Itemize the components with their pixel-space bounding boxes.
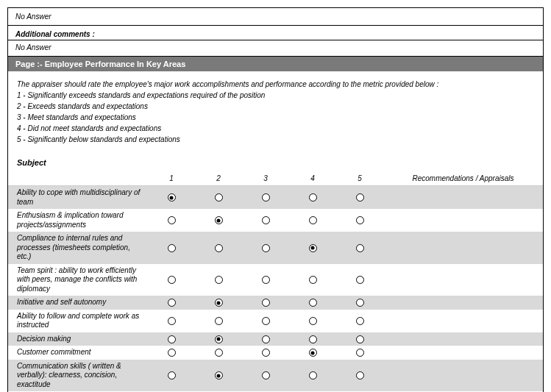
radio-button[interactable] — [309, 276, 317, 284]
radio-button[interactable] — [262, 371, 270, 379]
rating-cell-2[interactable] — [195, 209, 242, 232]
rating-cell-5[interactable] — [336, 346, 383, 360]
rating-cell-2[interactable] — [195, 310, 242, 332]
radio-button[interactable] — [356, 371, 364, 379]
radio-button[interactable] — [356, 276, 364, 284]
rating-cell-5[interactable] — [336, 209, 383, 232]
rating-cell-1[interactable] — [148, 310, 195, 332]
rating-cell-1[interactable] — [148, 264, 195, 296]
rating-cell-5[interactable] — [336, 264, 383, 296]
radio-button[interactable] — [215, 317, 223, 325]
rating-cell-2[interactable] — [195, 332, 242, 346]
rating-cell-2[interactable] — [195, 360, 242, 392]
radio-button[interactable] — [215, 371, 223, 379]
rating-matrix: 1 2 3 4 5 Recommendations / Appraisals A… — [8, 171, 543, 392]
rating-cell-3[interactable] — [242, 296, 289, 310]
radio-button[interactable] — [168, 317, 176, 325]
rating-cell-5[interactable] — [336, 310, 383, 332]
radio-button[interactable] — [356, 349, 364, 357]
rating-cell-3[interactable] — [242, 346, 289, 360]
rating-cell-1[interactable] — [148, 232, 195, 264]
rating-cell-3[interactable] — [242, 310, 289, 332]
radio-button[interactable] — [215, 299, 223, 307]
rating-cell-4[interactable] — [289, 209, 336, 232]
radio-button[interactable] — [168, 299, 176, 307]
rating-cell-3[interactable] — [242, 332, 289, 346]
rating-cell-5[interactable] — [336, 332, 383, 346]
radio-button[interactable] — [262, 299, 270, 307]
rating-cell-1[interactable] — [148, 186, 195, 210]
page-header-text: Page :- Employee Performance In Key Area… — [15, 60, 185, 68]
radio-button[interactable] — [262, 317, 270, 325]
radio-button[interactable] — [309, 371, 317, 379]
rating-cell-3[interactable] — [242, 186, 289, 210]
radio-button[interactable] — [262, 244, 270, 252]
rating-cell-4[interactable] — [289, 310, 336, 332]
rating-cell-1[interactable] — [148, 360, 195, 392]
radio-button[interactable] — [215, 244, 223, 252]
rating-cell-2[interactable] — [195, 264, 242, 296]
rating-cell-4[interactable] — [289, 346, 336, 360]
radio-button[interactable] — [262, 193, 270, 202]
table-row: Compliance to internal rules and process… — [8, 232, 543, 264]
recommendation-cell — [383, 346, 543, 360]
rating-cell-5[interactable] — [336, 296, 383, 310]
radio-button[interactable] — [356, 317, 364, 325]
rating-cell-5[interactable] — [336, 186, 383, 210]
rating-cell-5[interactable] — [336, 360, 383, 392]
radio-button[interactable] — [309, 349, 317, 357]
scale-line-4: 4 - Did not meet standards and expectati… — [17, 123, 534, 134]
radio-button[interactable] — [168, 335, 176, 343]
radio-button[interactable] — [168, 216, 176, 224]
radio-button[interactable] — [168, 276, 176, 284]
radio-button[interactable] — [262, 216, 270, 224]
rating-cell-4[interactable] — [289, 296, 336, 310]
radio-button[interactable] — [168, 193, 176, 202]
radio-button[interactable] — [356, 335, 364, 343]
radio-button[interactable] — [262, 276, 270, 284]
rating-cell-2[interactable] — [195, 346, 242, 360]
radio-button[interactable] — [309, 335, 317, 343]
radio-button[interactable] — [262, 335, 270, 343]
col-rating-3: 3 — [242, 171, 289, 186]
scale-line-5: 5 - Significantly below standards and ex… — [17, 134, 534, 145]
radio-button[interactable] — [309, 216, 317, 224]
rating-cell-1[interactable] — [148, 296, 195, 310]
rating-cell-1[interactable] — [148, 346, 195, 360]
rating-cell-3[interactable] — [242, 264, 289, 296]
rating-cell-1[interactable] — [148, 332, 195, 346]
radio-button[interactable] — [262, 349, 270, 357]
radio-button[interactable] — [215, 216, 223, 224]
rating-cell-4[interactable] — [289, 232, 336, 264]
rating-cell-2[interactable] — [195, 186, 242, 210]
rating-cell-3[interactable] — [242, 232, 289, 264]
scale-line-3: 3 - Meet standards and expectations — [17, 112, 534, 123]
radio-button[interactable] — [215, 193, 223, 202]
radio-button[interactable] — [356, 299, 364, 307]
rating-cell-3[interactable] — [242, 360, 289, 392]
rating-cell-4[interactable] — [289, 264, 336, 296]
radio-button[interactable] — [356, 193, 364, 202]
radio-button[interactable] — [309, 299, 317, 307]
rating-cell-4[interactable] — [289, 332, 336, 346]
radio-button[interactable] — [356, 244, 364, 252]
radio-button[interactable] — [215, 349, 223, 357]
recommendation-cell — [383, 232, 543, 264]
rating-cell-4[interactable] — [289, 360, 336, 392]
radio-button[interactable] — [215, 276, 223, 284]
radio-button[interactable] — [168, 371, 176, 379]
radio-button[interactable] — [309, 317, 317, 325]
radio-button[interactable] — [356, 216, 364, 224]
rating-cell-2[interactable] — [195, 232, 242, 264]
rating-cell-2[interactable] — [195, 296, 242, 310]
radio-button[interactable] — [309, 244, 317, 252]
rating-cell-3[interactable] — [242, 209, 289, 232]
rating-cell-5[interactable] — [336, 232, 383, 264]
rating-cell-1[interactable] — [148, 209, 195, 232]
radio-button[interactable] — [309, 193, 317, 202]
radio-button[interactable] — [168, 349, 176, 357]
radio-button[interactable] — [168, 244, 176, 252]
rating-cell-4[interactable] — [289, 186, 336, 210]
radio-button[interactable] — [215, 335, 223, 343]
col-subject — [8, 171, 148, 186]
